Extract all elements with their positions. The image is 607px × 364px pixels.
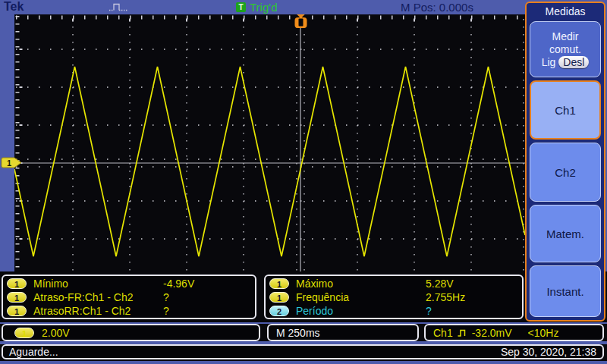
channel-badge: 1 [14, 328, 34, 338]
measurement-label: Máximo [296, 278, 426, 290]
toggle-off-pill: Desl [558, 56, 589, 68]
pulse-edge-icon [457, 328, 468, 337]
trigger-coupling: <10Hz [528, 327, 559, 339]
measurement-row: 1 Máximo 5.28V [266, 277, 522, 290]
menu-title: Medidas [527, 5, 604, 17]
trigger-level: -32.0mV [472, 327, 512, 339]
softkey-instant[interactable]: Instant. [530, 265, 601, 317]
measurement-row: 1 Mínimo -4.96V [3, 277, 255, 290]
ch1-scale-box: 1 2.00V [2, 324, 260, 341]
channel-badge: 2 [269, 306, 289, 316]
channel-badge: 1 [7, 306, 27, 316]
measure-all-line1: Medir [552, 30, 578, 43]
measurement-value: -4.96V [163, 278, 194, 290]
softkey-math[interactable]: Matem. [530, 205, 601, 262]
trigger-status-text: Trig'd [250, 1, 277, 14]
softkey-ch1[interactable]: Ch1 [530, 80, 601, 140]
measurement-row: 2 Período ? [266, 304, 522, 318]
trigger-source: Ch1 [433, 327, 453, 339]
datetime-text: Sep 30, 2020, 21:38 [501, 346, 596, 358]
ch1-scale-value: 2.00V [42, 327, 70, 339]
ch1-waveform-trace [14, 67, 525, 256]
trigger-t-icon: T [236, 2, 246, 12]
timebase-box: M 250ms [267, 324, 419, 341]
channel1-ground-marker: 1 [1, 156, 22, 169]
svg-text:1: 1 [7, 158, 11, 168]
scope-graticule [14, 14, 525, 275]
measure-menu-panel: Medidas Medir comut. Lig Desl Ch1 Ch2 Ma… [525, 2, 605, 322]
scope-screen [14, 14, 525, 275]
measurement-value: 2.755Hz [426, 291, 465, 303]
measurement-box-left: 1 Mínimo -4.96V 1 Atraso-FR:Ch1 - Ch2 ? … [2, 275, 256, 319]
measurement-label: Frequência [296, 291, 426, 303]
channel-badge: 1 [7, 292, 27, 303]
top-status-bar: Tek T Trig'd M Pos: 0.000s [0, 0, 607, 14]
channel-badge: 1 [269, 278, 289, 289]
tek-logo: Tek [4, 0, 24, 14]
measurement-row: 1 AtrasoRR:Ch1 - Ch2 ? [3, 304, 255, 318]
horizontal-position-readout: M Pos: 0.000s [401, 1, 473, 14]
measurement-box-right: 1 Máximo 5.28V 1 Frequência 2.755Hz 2 Pe… [264, 275, 524, 319]
measurement-value: ? [426, 305, 432, 317]
softkey-measure-all[interactable]: Medir comut. Lig Desl [530, 21, 601, 77]
oscilloscope-ui: { "topbar": { "logo": "Tek", "acquisitio… [0, 0, 607, 364]
trigger-readout-box: Ch1 -32.0mV <10Hz [424, 324, 604, 341]
measure-all-line2: comut. [549, 43, 581, 56]
softkey-ch2[interactable]: Ch2 [530, 143, 601, 202]
measurement-value: ? [163, 305, 169, 317]
measurement-row: 1 Atraso-FR:Ch1 - Ch2 ? [3, 290, 255, 304]
timebase-value: M 250ms [276, 327, 320, 339]
measurement-label: Período [296, 305, 426, 317]
measurement-label: Mínimo [33, 278, 163, 290]
channel-badge: 1 [269, 292, 289, 303]
message-box: Aguarde... Sep 30, 2020, 21:38 [2, 344, 604, 359]
channel-badge: 1 [7, 278, 27, 289]
bottom-readout-area: 1 Mínimo -4.96V 1 Atraso-FR:Ch1 - Ch2 ? … [0, 271, 607, 361]
measurement-label: AtrasoRR:Ch1 - Ch2 [33, 305, 163, 317]
toggle-on-label: Lig [542, 56, 556, 69]
status-message: Aguarde... [9, 346, 58, 358]
measurement-value: ? [163, 291, 169, 303]
measurement-label: Atraso-FR:Ch1 - Ch2 [33, 291, 163, 303]
measurement-value: 5.28V [426, 278, 454, 290]
measurement-row: 1 Frequência 2.755Hz [266, 290, 522, 304]
pulse-waveform-icon [109, 2, 128, 12]
